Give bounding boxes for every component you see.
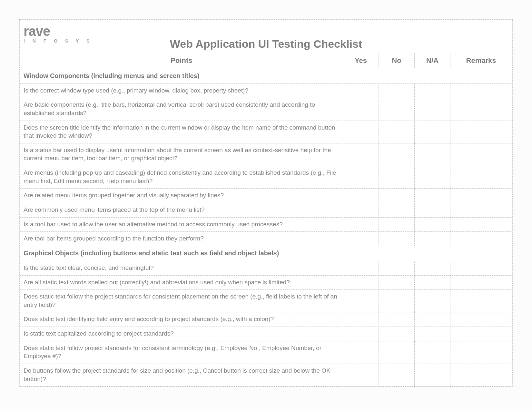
cell-na[interactable] bbox=[415, 327, 450, 341]
cell-na[interactable] bbox=[415, 189, 450, 203]
cell-yes[interactable] bbox=[343, 364, 379, 387]
logo-main-text: rave bbox=[24, 25, 512, 38]
table-row: Is a status bar used to display useful i… bbox=[20, 143, 512, 166]
cell-remarks[interactable] bbox=[450, 327, 512, 341]
cell-yes[interactable] bbox=[343, 143, 379, 166]
cell-na[interactable] bbox=[415, 203, 450, 217]
col-header-remarks: Remarks bbox=[450, 53, 512, 69]
cell-remarks[interactable] bbox=[450, 203, 512, 217]
checklist-point: Are basic components (e.g., title bars, … bbox=[20, 98, 343, 121]
checklist-point: Does static text follow the project stan… bbox=[20, 290, 343, 312]
cell-remarks[interactable] bbox=[450, 232, 512, 246]
section-row: Graphical Objects (including buttons and… bbox=[20, 246, 512, 261]
cell-no[interactable] bbox=[379, 121, 415, 143]
checklist-point: Does static text follow project standard… bbox=[20, 341, 343, 364]
cell-yes[interactable] bbox=[343, 232, 379, 246]
checklist-point: Does the screen title identify the infor… bbox=[20, 121, 343, 143]
cell-remarks[interactable] bbox=[450, 143, 512, 166]
cell-remarks[interactable] bbox=[450, 341, 512, 364]
cell-remarks[interactable] bbox=[450, 189, 512, 203]
cell-remarks[interactable] bbox=[450, 290, 512, 312]
cell-no[interactable] bbox=[379, 275, 415, 290]
cell-no[interactable] bbox=[379, 189, 415, 203]
cell-remarks[interactable] bbox=[450, 98, 512, 121]
checklist-point: Is a tool bar used to allow the user an … bbox=[20, 217, 343, 232]
cell-na[interactable] bbox=[415, 98, 450, 121]
cell-no[interactable] bbox=[379, 312, 415, 327]
cell-yes[interactable] bbox=[343, 261, 379, 275]
cell-no[interactable] bbox=[379, 166, 415, 189]
cell-yes[interactable] bbox=[343, 83, 379, 98]
cell-na[interactable] bbox=[415, 261, 450, 275]
cell-na[interactable] bbox=[415, 275, 450, 290]
cell-yes[interactable] bbox=[343, 166, 379, 189]
cell-remarks[interactable] bbox=[450, 121, 512, 143]
checklist-point: Are related menu items grouped together … bbox=[20, 189, 343, 203]
table-row: Are commonly used menu items placed at t… bbox=[20, 203, 512, 217]
cell-yes[interactable] bbox=[343, 121, 379, 143]
cell-yes[interactable] bbox=[343, 312, 379, 327]
cell-no[interactable] bbox=[379, 290, 415, 312]
cell-yes[interactable] bbox=[343, 98, 379, 121]
checklist-point: Are tool bar items grouped according to … bbox=[20, 232, 343, 246]
cell-yes[interactable] bbox=[343, 341, 379, 364]
cell-na[interactable] bbox=[415, 83, 450, 98]
cell-no[interactable] bbox=[379, 261, 415, 275]
cell-yes[interactable] bbox=[343, 189, 379, 203]
checklist-point: Does static text identifying field entry… bbox=[20, 312, 343, 327]
cell-remarks[interactable] bbox=[450, 217, 512, 232]
cell-na[interactable] bbox=[415, 341, 450, 364]
cell-yes[interactable] bbox=[343, 203, 379, 217]
checklist-point: Is static text capitalized according to … bbox=[20, 327, 343, 341]
cell-na[interactable] bbox=[415, 312, 450, 327]
cell-yes[interactable] bbox=[343, 217, 379, 232]
checklist-point: Is the static text clear, concise, and m… bbox=[20, 261, 343, 275]
table-row: Does static text follow project standard… bbox=[20, 341, 512, 364]
checklist-point: Are menus (including pop-up and cascadin… bbox=[20, 166, 343, 189]
table-row: Does static text follow the project stan… bbox=[20, 290, 512, 312]
cell-no[interactable] bbox=[379, 341, 415, 364]
cell-yes[interactable] bbox=[343, 275, 379, 290]
cell-remarks[interactable] bbox=[450, 83, 512, 98]
checklist-table: Points Yes No N/A Remarks Window Compone… bbox=[20, 53, 512, 387]
table-row: Are basic components (e.g., title bars, … bbox=[20, 98, 512, 121]
table-row: Is a tool bar used to allow the user an … bbox=[20, 217, 512, 232]
cell-na[interactable] bbox=[415, 121, 450, 143]
checklist-body: Window Components (including menus and s… bbox=[20, 69, 512, 387]
checklist-point: Is a status bar used to display useful i… bbox=[20, 143, 343, 166]
checklist-point: Is the correct window type used (e.g., p… bbox=[20, 83, 343, 98]
cell-no[interactable] bbox=[379, 232, 415, 246]
cell-na[interactable] bbox=[415, 232, 450, 246]
table-row: Do buttons follow the project standards … bbox=[20, 364, 512, 387]
table-row: Does the screen title identify the infor… bbox=[20, 121, 512, 143]
cell-yes[interactable] bbox=[343, 327, 379, 341]
checklist-point: Are commonly used menu items placed at t… bbox=[20, 203, 343, 217]
cell-no[interactable] bbox=[379, 217, 415, 232]
cell-yes[interactable] bbox=[343, 290, 379, 312]
cell-na[interactable] bbox=[415, 166, 450, 189]
section-row: Window Components (including menus and s… bbox=[20, 69, 512, 83]
cell-na[interactable] bbox=[415, 364, 450, 387]
cell-no[interactable] bbox=[379, 98, 415, 121]
table-row: Are related menu items grouped together … bbox=[20, 189, 512, 203]
cell-no[interactable] bbox=[379, 327, 415, 341]
cell-remarks[interactable] bbox=[450, 364, 512, 387]
cell-remarks[interactable] bbox=[450, 275, 512, 290]
cell-no[interactable] bbox=[379, 83, 415, 98]
cell-na[interactable] bbox=[415, 217, 450, 232]
cell-na[interactable] bbox=[415, 143, 450, 166]
cell-remarks[interactable] bbox=[450, 166, 512, 189]
cell-na[interactable] bbox=[415, 290, 450, 312]
col-header-no: No bbox=[379, 53, 415, 69]
cell-no[interactable] bbox=[379, 143, 415, 166]
cell-remarks[interactable] bbox=[450, 261, 512, 275]
header-row: Points Yes No N/A Remarks bbox=[20, 53, 512, 69]
checklist-point: Are all static text words spelled out (c… bbox=[20, 275, 343, 290]
section-heading: Graphical Objects (including buttons and… bbox=[20, 246, 512, 261]
table-row: Are menus (including pop-up and cascadin… bbox=[20, 166, 512, 189]
col-header-na: N/A bbox=[415, 53, 450, 69]
cell-remarks[interactable] bbox=[450, 312, 512, 327]
section-heading: Window Components (including menus and s… bbox=[20, 69, 512, 83]
cell-no[interactable] bbox=[379, 364, 415, 387]
cell-no[interactable] bbox=[379, 203, 415, 217]
